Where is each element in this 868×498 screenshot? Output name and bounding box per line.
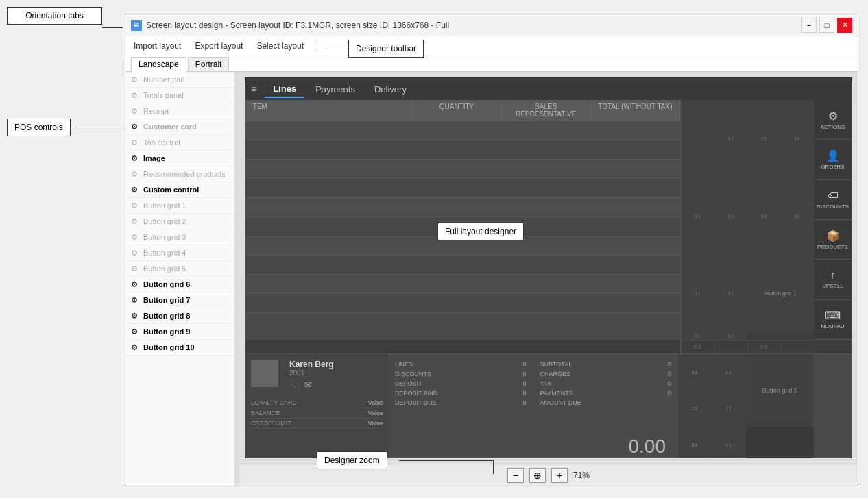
deposit-paid-value: 0 <box>522 390 526 397</box>
annot-arrow-zoom <box>493 460 494 474</box>
col-total: TOTAL (WITHOUT TAX) <box>591 100 680 121</box>
zoom-reset-button[interactable]: ⊕ <box>529 468 546 483</box>
grid-cell: 11 <box>714 332 748 340</box>
payments-value: 0 <box>668 390 671 397</box>
gear-icon: ⚙ <box>131 343 139 351</box>
orientation-tabs-annotation: Orientation tabs <box>7 7 102 25</box>
control-item-tab-control[interactable]: ⚙Tab control <box>125 135 234 151</box>
deposit-due-value: 0 <box>522 399 526 406</box>
customer-name: Karen Berg <box>289 360 334 369</box>
control-label: Totals panel <box>143 91 184 99</box>
br-cell: 11 <box>677 354 712 390</box>
import-layout-button[interactable]: Import layout <box>131 40 184 52</box>
tab-landscape[interactable]: Landscape <box>131 57 186 72</box>
annot-line-pos <box>75 129 125 129</box>
table-row <box>245 121 680 140</box>
minimize-button[interactable]: − <box>801 18 817 33</box>
export-layout-button[interactable]: Export layout <box>192 40 245 52</box>
actions-button[interactable]: ⚙ ACTIONS <box>814 100 852 140</box>
discounts-value: 0 <box>522 371 526 377</box>
control-item-button-grid-8[interactable]: ⚙Button grid 8 <box>125 308 234 324</box>
control-item-recommended[interactable]: ⚙Recommended products <box>125 166 234 182</box>
close-button[interactable]: ✕ <box>837 18 852 33</box>
balance-label: BALANCE <box>251 410 280 416</box>
zoom-in-button[interactable]: + <box>551 468 568 483</box>
control-item-button-grid-1[interactable]: ⚙Button grid 1 <box>125 198 234 214</box>
upsell-icon: ↑ <box>830 269 836 282</box>
br-cell: 11 <box>712 354 746 390</box>
mid-grid-row: 2 2 2 2 <box>245 340 852 353</box>
col-quantity: QUANTITY <box>412 100 501 121</box>
zoom-out-button[interactable]: − <box>507 468 524 483</box>
control-item-button-grid-4[interactable]: ⚙Button grid 4 <box>125 245 234 261</box>
amount-due-row: AMOUNT DUE <box>540 398 672 408</box>
discounts-button[interactable]: 🏷 DISCOUNTS <box>814 180 852 220</box>
br-cell: 11 <box>677 427 712 458</box>
lines-label: LINES <box>395 361 413 368</box>
control-item-image[interactable]: ⚙Image <box>125 151 234 166</box>
grid-cell: 11 <box>681 255 714 332</box>
control-label: Button grid 7 <box>143 296 190 304</box>
pos-tab-payments[interactable]: Payments <box>307 82 363 97</box>
app-icon: 🖥 <box>131 20 142 31</box>
control-item-number-pad[interactable]: ⚙Number pad <box>125 72 234 88</box>
customer-fields: LOYALTY CARD Value BALANCE Value CREDIT … <box>251 398 383 429</box>
control-label: Button grid 5 <box>143 264 186 273</box>
br-cell: 11 <box>712 390 746 427</box>
email-icon: ✉ <box>304 379 312 390</box>
summary-grid: LINES 0 SUBTOTAL 0 DISCOUNTS 0 <box>395 360 671 408</box>
pos-controls-panel: ⚙Number pad⚙Totals panel⚙Receipt⚙Custome… <box>125 72 235 486</box>
window-controls: − □ ✕ <box>801 18 852 33</box>
bottom-action-spacer <box>814 354 852 458</box>
deposit-paid-label: DEPOSIT PAID <box>395 390 437 397</box>
gear-icon: ⚙ <box>131 280 139 288</box>
customer-avatar <box>251 360 278 387</box>
control-item-custom-control[interactable]: ⚙Custom control <box>125 182 234 198</box>
annot-line-zoom <box>399 460 494 461</box>
maximize-button[interactable]: □ <box>819 18 834 33</box>
deposit-value: 0 <box>522 380 526 387</box>
deposit-row: DEPOSIT 0 <box>395 379 527 388</box>
pos-controls-annotation: POS controls <box>7 119 71 136</box>
control-item-button-grid-3[interactable]: ⚙Button grid 3 <box>125 229 234 245</box>
control-label: Button grid 4 <box>143 249 186 257</box>
tab-portrait[interactable]: Portrait <box>188 57 230 71</box>
control-item-customer-card[interactable]: ⚙Customer card <box>125 119 234 135</box>
upsell-label: UPSELL <box>822 283 843 289</box>
control-item-receipt[interactable]: ⚙Receipt <box>125 103 234 119</box>
credit-value: Value <box>368 420 383 427</box>
pos-tabs-bar: ≡ Lines Payments Delivery <box>245 78 852 100</box>
control-item-button-grid-9[interactable]: ⚙Button grid 9 <box>125 324 234 340</box>
customer-icons: 📞 ✉ <box>289 379 334 390</box>
lines-value: 0 <box>522 361 526 368</box>
products-button[interactable]: 📦 PRODUCTS <box>814 220 852 260</box>
pos-tab-delivery[interactable]: Delivery <box>366 82 415 97</box>
pos-bottom: Karen Berg 2001 📞 ✉ LOYALTY CARD <box>245 353 852 458</box>
control-item-button-grid-5[interactable]: ⚙Button grid 5 <box>125 261 234 277</box>
control-item-button-grid-7[interactable]: ⚙Button grid 7 <box>125 292 234 308</box>
numpad-button[interactable]: ⌨ NUMPAD <box>814 300 852 340</box>
orders-label: ORDERS <box>821 164 844 170</box>
control-item-totals-panel[interactable]: ⚙Totals panel <box>125 88 234 103</box>
gear-icon: ⚙ <box>131 75 139 84</box>
control-item-button-grid-2[interactable]: ⚙Button grid 2 <box>125 214 234 229</box>
gear-icon: ⚙ <box>131 233 139 241</box>
grid-cell: 11 <box>714 177 748 255</box>
designer-zoom-annotation: Designer zoom <box>317 451 387 469</box>
full-layout-designer-annotation: Full layout designer <box>437 223 524 240</box>
gear-icon: ⚙ <box>131 138 139 147</box>
loyalty-value: Value <box>368 399 383 406</box>
main-window: 🖥 Screen layout design - Screen layout I… <box>125 14 858 486</box>
control-label: Custom control <box>143 186 199 194</box>
orders-button[interactable]: 👤 ORDERS <box>814 140 852 179</box>
gear-icon: ⚙ <box>131 217 139 225</box>
table-row <box>245 256 680 275</box>
control-item-button-grid-6[interactable]: ⚙Button grid 6 <box>125 277 234 292</box>
pos-tab-lines[interactable]: Lines <box>265 81 304 98</box>
grid-cell: 11 <box>714 100 748 177</box>
select-layout-button[interactable]: Select layout <box>254 40 306 52</box>
control-label: Image <box>143 154 165 162</box>
control-item-button-grid-10[interactable]: ⚙Button grid 10 <box>125 340 234 356</box>
amount-due-label: AMOUNT DUE <box>540 399 581 406</box>
upsell-button[interactable]: ↑ UPSELL <box>814 260 852 299</box>
